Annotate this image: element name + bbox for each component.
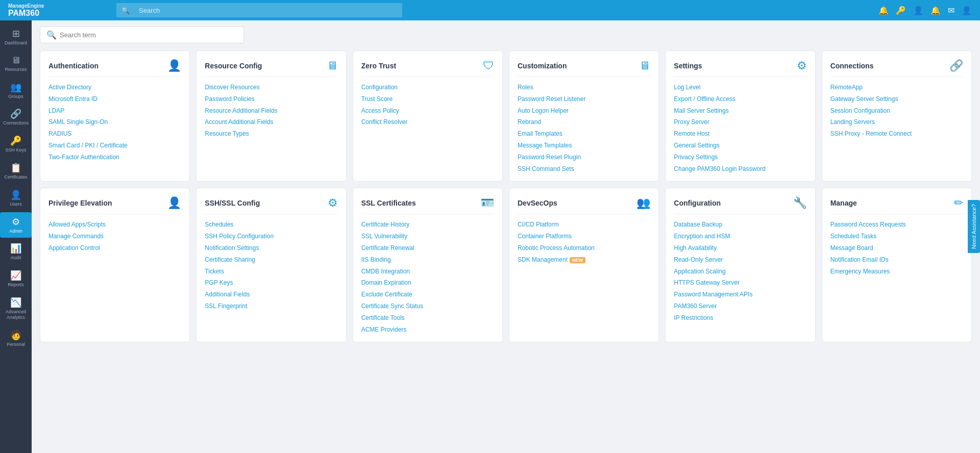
card-link-item[interactable]: Two-Factor Authentication — [48, 153, 181, 162]
card-link-item[interactable]: Configuration — [361, 83, 494, 92]
card-link-item[interactable]: Application Control — [48, 244, 181, 253]
card-link-item[interactable]: Access Policy — [361, 107, 494, 115]
card-link-item[interactable]: Remote Host — [674, 130, 806, 138]
mail-icon[interactable]: ✉ — [948, 6, 954, 15]
card-link-item[interactable]: Change PAM360 Login Password — [674, 165, 806, 173]
card-link-item[interactable]: SSH Proxy - Remote Connect — [830, 130, 963, 138]
card-link-item[interactable]: Schedules — [205, 220, 337, 229]
sidebar-item-advanced-analytics[interactable]: 📉 Advanced Analytics — [0, 293, 32, 324]
card-link-item[interactable]: ACME Providers — [361, 325, 494, 334]
card-link-item[interactable]: Microsoft Entra ID — [48, 95, 181, 104]
card-link-item[interactable]: Landing Servers — [830, 118, 963, 127]
card-link-item[interactable]: SSL Fingerprint — [205, 302, 337, 311]
card-link-item[interactable]: Certificate Sync Status — [361, 302, 494, 311]
card-link-item[interactable]: Resource Types — [205, 130, 337, 138]
card-link-item[interactable]: Rebrand — [518, 118, 650, 127]
card-link-item[interactable]: Exclude Certificate — [361, 290, 494, 299]
card-link-item[interactable]: Allowed Apps/Scripts — [48, 220, 181, 229]
card-link-item[interactable]: Notification Settings — [205, 244, 337, 253]
card-link-item[interactable]: Active Directory — [48, 83, 181, 92]
card-link-item[interactable]: Notification Email IDs — [830, 256, 963, 264]
card-link-item[interactable]: SDK ManagementNEW — [518, 256, 650, 264]
card-link-item[interactable]: Mail Server Settings — [674, 107, 806, 115]
key-icon[interactable]: 🔑 — [896, 6, 906, 15]
card-link-item[interactable]: Email Templates — [518, 130, 650, 138]
card-link-item[interactable]: Roles — [518, 83, 650, 92]
card-link-item[interactable]: Smart Card / PKI / Certificate — [48, 141, 181, 150]
sidebar-item-admin[interactable]: ⚙ Admin — [0, 212, 32, 238]
card-link-item[interactable]: Domain Expiration — [361, 279, 494, 287]
card-link-item[interactable]: SSL Vulnerability — [361, 232, 494, 241]
card-link-item[interactable]: Encryption and HSM — [674, 232, 806, 241]
card-link-item[interactable]: SAML Single Sign-On — [48, 118, 181, 127]
card-link-item[interactable]: Proxy Server — [674, 118, 806, 127]
card-link-item[interactable]: Password Access Requests — [830, 220, 963, 229]
card-link-item[interactable]: Trust Score — [361, 95, 494, 104]
card-link-item[interactable]: Password Reset Listener — [518, 95, 650, 104]
card-link-item[interactable]: High Availability — [674, 244, 806, 253]
account-icon[interactable]: 👤 — [962, 6, 972, 15]
sidebar-item-groups[interactable]: 👥 Groups — [0, 78, 32, 104]
card-link-item[interactable]: Export / Offline Access — [674, 95, 806, 104]
card-link-item[interactable]: Resource Additional Fields — [205, 107, 337, 115]
topbar-search-input[interactable] — [133, 3, 397, 17]
card-link-item[interactable]: Certificate Renewal — [361, 244, 494, 253]
sidebar-item-connections[interactable]: 🔗 Connections — [0, 104, 32, 130]
card-link-item[interactable]: SSH Command Sets — [518, 165, 650, 173]
user-add-icon[interactable]: 👤 — [913, 6, 923, 15]
sidebar-item-personal[interactable]: 🧑 Personal — [0, 325, 32, 351]
card-link-item[interactable]: Certificate Sharing — [205, 256, 337, 264]
card-link-item[interactable]: Password Management APIs — [674, 290, 806, 299]
card-link-item[interactable]: IP Restrictions — [674, 314, 806, 322]
card-link-item[interactable]: Conflict Resolver — [361, 118, 494, 127]
card-link-item[interactable]: CMDB Integration — [361, 267, 494, 276]
sidebar-item-resources[interactable]: 🖥 Resources — [0, 51, 32, 77]
sidebar-item-audit[interactable]: 📊 Audit — [0, 239, 32, 265]
card-link-item[interactable]: Message Board — [830, 244, 963, 253]
card-link-item[interactable]: Manage Commands — [48, 232, 181, 241]
need-assistance-label[interactable]: Need Assistance? — [968, 200, 980, 253]
card-link-item[interactable]: General Settings — [674, 141, 806, 150]
alert-icon[interactable]: 🔔 — [878, 6, 889, 15]
card-link-item[interactable]: Gateway Server Settings — [830, 95, 963, 104]
card-link-item[interactable]: Account Additional Fields — [205, 118, 337, 127]
card-link-item[interactable]: Discover Resources — [205, 83, 337, 92]
card-link-item[interactable]: Session Configuration — [830, 107, 963, 115]
card-link-item[interactable]: Privacy Settings — [674, 153, 806, 162]
card-link-item[interactable]: Password Reset Plugin — [518, 153, 650, 162]
card-link-item[interactable]: Container Platforms — [518, 232, 650, 241]
card-link-item[interactable]: LDAP — [48, 107, 181, 115]
card-link-item[interactable]: Read-Only Server — [674, 256, 806, 264]
card-link-item[interactable]: Certificate History — [361, 220, 494, 229]
card-link-item[interactable]: CI/CD Platform — [518, 220, 650, 229]
card-header-zero-trust: Zero Trust🛡 — [361, 59, 494, 77]
card-link-item[interactable]: RADIUS — [48, 130, 181, 138]
card-link-item[interactable]: Emergency Measures — [830, 267, 963, 276]
card-link-item[interactable]: PGP Keys — [205, 279, 337, 287]
card-link-item[interactable]: Database Backup — [674, 220, 806, 229]
card-link-item[interactable]: Log Level — [674, 83, 806, 92]
card-link-item[interactable]: PAM360 Server — [674, 302, 806, 311]
sidebar-item-certificates[interactable]: 📋 Certificates — [0, 158, 32, 184]
sidebar-item-users[interactable]: 👤 Users — [0, 185, 32, 211]
card-link-item[interactable]: Additional Fields — [205, 290, 337, 299]
card-link-item[interactable]: Message Templates — [518, 141, 650, 150]
sidebar-item-ssh-keys[interactable]: 🔑 SSH Keys — [0, 131, 32, 157]
card-link-item[interactable]: Tickets — [205, 267, 337, 276]
card-link-item[interactable]: Certificate Tools — [361, 314, 494, 322]
card-link-item[interactable]: Application Scaling — [674, 267, 806, 276]
card-link-item[interactable]: Password Policies — [205, 95, 337, 104]
sidebar-item-reports[interactable]: 📈 Reports — [0, 266, 32, 292]
card-link-item[interactable]: Scheduled Tasks — [830, 232, 963, 241]
card-link-item[interactable]: HTTPS Gateway Server — [674, 279, 806, 287]
card-link-item[interactable]: Auto Logon Helper — [518, 107, 650, 115]
card-link-item[interactable]: Robotic Process Automation — [518, 244, 650, 253]
need-assistance-button[interactable]: Need Assistance? — [968, 200, 980, 253]
sidebar-item-dashboard[interactable]: ⊞ Dashboard — [0, 24, 32, 50]
card-link-item[interactable]: RemoteApp — [830, 83, 963, 92]
card-link-item[interactable]: SSH Policy Configuration — [205, 232, 337, 241]
card-link-item[interactable]: IIS Binding — [361, 256, 494, 264]
content-search-input[interactable] — [60, 31, 213, 39]
content-area: 🔍 Authentication👤Active DirectoryMicroso… — [32, 20, 980, 453]
notification-icon[interactable]: 🔔 — [930, 6, 941, 15]
